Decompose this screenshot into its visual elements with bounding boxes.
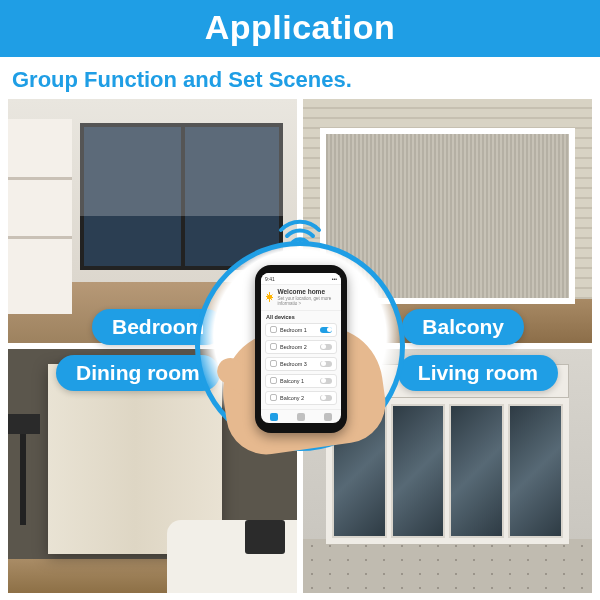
device-icon (270, 360, 277, 367)
device-icon (270, 326, 277, 333)
smart-icon (297, 413, 305, 421)
welcome-row: Welcome home Set your location, get more… (261, 285, 341, 311)
device-icon (270, 343, 277, 350)
device-toggle[interactable] (320, 378, 332, 384)
device-name: Bedroom 3 (280, 361, 307, 367)
device-name: Bedroom 2 (280, 344, 307, 350)
app-header: Application (0, 0, 600, 57)
device-row[interactable]: Balcony 2 (265, 391, 337, 405)
device-list: Bedroom 1Bedroom 2Bedroom 3Balcony 1Balc… (261, 321, 341, 410)
smartphone: 9:41 ••• Welcome home Set your location,… (255, 265, 347, 433)
label-balcony: Balcony (402, 309, 524, 345)
device-icon (270, 394, 277, 401)
device-row[interactable]: Bedroom 2 (265, 340, 337, 354)
phone-circle: 9:41 ••• Welcome home Set your location,… (195, 241, 405, 451)
tab-me[interactable] (314, 410, 341, 423)
status-bar: 9:41 ••• (261, 273, 341, 285)
subtitle: Group Function and Set Scenes. (0, 57, 600, 99)
welcome-subtitle: Set your location, get more informatio > (277, 296, 336, 306)
me-icon (324, 413, 332, 421)
device-toggle[interactable] (320, 361, 332, 367)
application-grid: Bedroom Balcony Dining room Living room … (8, 99, 592, 593)
wifi-icon (277, 212, 323, 246)
sun-icon (266, 292, 273, 302)
svg-point-0 (298, 242, 303, 246)
device-toggle[interactable] (320, 327, 332, 333)
app-title: Application (0, 8, 600, 47)
tab-bar (261, 409, 341, 423)
device-name: Balcony 1 (280, 378, 304, 384)
devices-heading: All devices (261, 311, 341, 321)
device-icon (270, 377, 277, 384)
hand-holding-phone: 9:41 ••• Welcome home Set your location,… (235, 261, 365, 431)
label-living-room: Living room (398, 355, 558, 391)
device-toggle[interactable] (320, 344, 332, 350)
device-row[interactable]: Bedroom 1 (265, 323, 337, 337)
device-toggle[interactable] (320, 395, 332, 401)
device-name: Bedroom 1 (280, 327, 307, 333)
home-icon (270, 413, 278, 421)
tab-smart[interactable] (288, 410, 315, 423)
status-icons: ••• (332, 276, 337, 282)
status-time: 9:41 (265, 276, 275, 282)
app-screen: 9:41 ••• Welcome home Set your location,… (261, 273, 341, 423)
tab-home[interactable] (261, 410, 288, 423)
device-row[interactable]: Bedroom 3 (265, 357, 337, 371)
device-name: Balcony 2 (280, 395, 304, 401)
device-row[interactable]: Balcony 1 (265, 374, 337, 388)
